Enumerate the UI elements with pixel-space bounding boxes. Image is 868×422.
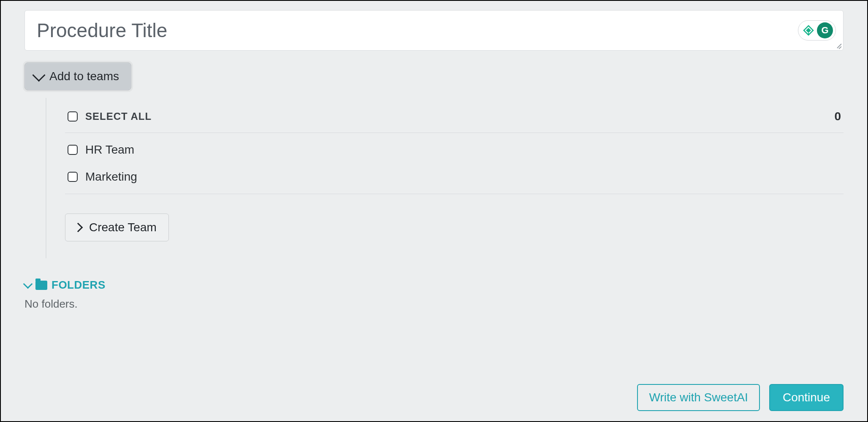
team-checkbox[interactable] [68,172,78,182]
folders-toggle[interactable]: FOLDERS [24,279,106,292]
grammarly-letter: G [821,25,828,36]
footer-actions: Write with SweetAI Continue [637,384,844,411]
select-all-label: Select All [85,111,152,122]
continue-button[interactable]: Continue [769,384,844,411]
folders-section: FOLDERS No folders. [24,279,844,311]
team-list: HR Team Marketing [65,133,844,194]
select-all-checkbox[interactable] [68,111,78,122]
folders-header-label: FOLDERS [52,279,106,292]
team-checkbox[interactable] [68,145,78,155]
team-item[interactable]: HR Team [65,136,844,163]
create-team-button[interactable]: Create Team [65,214,169,241]
grammarly-logo-icon: G [817,22,833,38]
folder-icon [35,281,47,290]
selected-count: 0 [834,110,841,123]
write-with-ai-button[interactable]: Write with SweetAI [637,384,760,411]
grammarly-widget[interactable]: G [798,20,836,41]
title-input-wrapper: G [24,10,844,51]
app-window: G Add to teams Select All 0 [0,0,868,422]
select-all-left: Select All [68,111,152,122]
teams-panel: Select All 0 HR Team Marketing [46,98,844,258]
teams-section: Add to teams Select All 0 HR Team [24,62,844,258]
chevron-right-icon [73,223,83,233]
grammarly-suggestion-icon [803,24,814,36]
procedure-title-input[interactable] [24,10,844,51]
add-to-teams-label: Add to teams [49,70,119,83]
add-to-teams-toggle[interactable]: Add to teams [24,62,131,90]
content-area: G Add to teams Select All 0 [1,1,867,311]
select-all-row: Select All 0 [65,110,844,133]
create-team-label: Create Team [89,221,157,234]
team-label: Marketing [85,170,137,184]
team-item[interactable]: Marketing [65,163,844,190]
svg-rect-2 [808,33,809,35]
folders-empty-text: No folders. [24,298,844,311]
chevron-down-icon [32,68,45,81]
team-label: HR Team [85,143,134,157]
textarea-resize-handle-icon[interactable] [834,41,842,49]
chevron-down-icon [23,279,33,289]
